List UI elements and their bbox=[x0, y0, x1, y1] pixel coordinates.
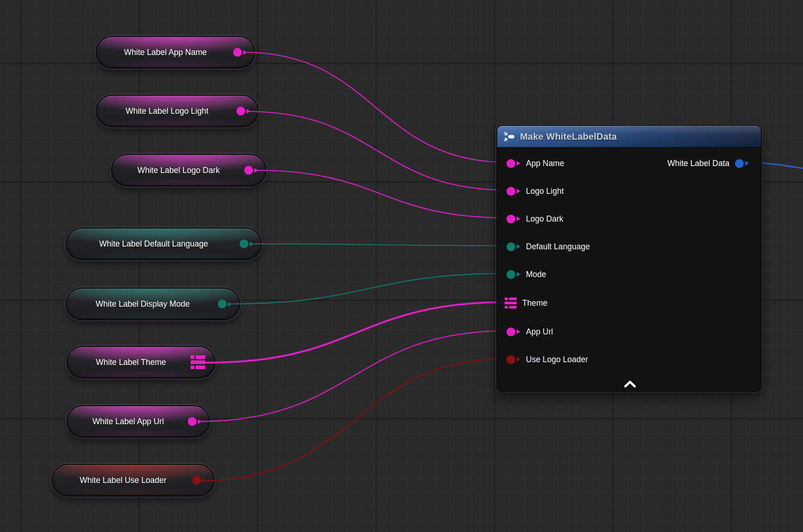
node-get-white-label-app-url[interactable]: White Label App Url bbox=[67, 405, 210, 438]
struct-output-pin-icon[interactable] bbox=[191, 355, 205, 369]
input-pin-row-use-logo-loader[interactable]: Use Logo Loader bbox=[507, 351, 588, 368]
node-label: White Label App Name bbox=[103, 37, 228, 68]
pin-label: Mode bbox=[526, 270, 546, 279]
node-get-white-label-logo-dark[interactable]: White Label Logo Dark bbox=[111, 154, 266, 186]
pin-label: Logo Light bbox=[526, 186, 564, 196]
enum-input-pin[interactable] bbox=[507, 242, 520, 251]
blueprint-graph-canvas[interactable]: White Label App Name White Label Logo Li… bbox=[0, 0, 803, 532]
input-pin-row-app-url[interactable]: App Url bbox=[507, 323, 553, 340]
wire-use-loader[interactable] bbox=[203, 359, 508, 481]
node-get-white-label-logo-light[interactable]: White Label Logo Light bbox=[96, 95, 259, 127]
struct-input-pin-icon[interactable] bbox=[505, 297, 517, 309]
wire-display-mode[interactable] bbox=[229, 273, 508, 304]
pin-label: White Label Data bbox=[667, 159, 729, 168]
wire-logo-light[interactable] bbox=[247, 111, 508, 190]
wire-app-name[interactable] bbox=[244, 52, 508, 162]
node-label: White Label Use Loader bbox=[59, 465, 187, 495]
node-get-white-label-app-name[interactable]: White Label App Name bbox=[96, 36, 255, 68]
input-pin-row-theme[interactable]: Theme bbox=[505, 295, 547, 311]
string-output-pin[interactable] bbox=[188, 417, 202, 426]
node-label: White Label Default Language bbox=[73, 229, 234, 259]
node-label: White Label Logo Dark bbox=[118, 155, 239, 186]
string-output-pin[interactable] bbox=[244, 166, 258, 175]
output-pin-row-white-label-data[interactable]: White Label Data bbox=[667, 155, 749, 172]
enum-output-pin[interactable] bbox=[240, 240, 253, 248]
pin-label: Theme bbox=[522, 298, 547, 308]
wire-app-url[interactable] bbox=[198, 331, 508, 421]
string-input-pin[interactable] bbox=[507, 187, 520, 196]
node-label: White Label Display Mode bbox=[73, 289, 212, 319]
pin-label: Logo Dark bbox=[526, 214, 563, 224]
string-input-pin[interactable] bbox=[507, 328, 520, 336]
pin-label: Default Language bbox=[526, 242, 590, 252]
node-get-white-label-theme[interactable]: White Label Theme bbox=[67, 346, 216, 378]
wire-logo-dark[interactable] bbox=[255, 170, 508, 218]
node-get-white-label-default-language[interactable]: White Label Default Language bbox=[66, 228, 262, 260]
pin-label: App Name bbox=[526, 159, 564, 168]
node-label: White Label Theme bbox=[74, 347, 188, 377]
enum-output-pin[interactable] bbox=[218, 300, 232, 309]
node-title: Make WhiteLabelData bbox=[520, 131, 617, 142]
bool-output-pin[interactable] bbox=[192, 476, 206, 485]
wire-theme[interactable] bbox=[206, 302, 508, 363]
struct-output-pin[interactable] bbox=[735, 159, 749, 168]
string-input-pin[interactable] bbox=[507, 159, 520, 168]
pin-label: Use Logo Loader bbox=[526, 355, 588, 365]
bool-input-pin[interactable] bbox=[507, 355, 520, 364]
node-get-white-label-use-loader[interactable]: White Label Use Loader bbox=[52, 464, 215, 496]
input-pin-row-app-name[interactable]: App Name bbox=[507, 155, 564, 172]
pin-label: App Url bbox=[526, 327, 553, 337]
string-input-pin[interactable] bbox=[507, 215, 520, 223]
node-header[interactable]: Make WhiteLabelData bbox=[497, 126, 761, 147]
input-pin-row-logo-light[interactable]: Logo Light bbox=[507, 183, 564, 199]
input-pin-row-default-language[interactable]: Default Language bbox=[507, 238, 590, 255]
input-pin-row-logo-dark[interactable]: Logo Dark bbox=[507, 210, 563, 227]
input-pin-row-mode[interactable]: Mode bbox=[507, 266, 546, 283]
make-struct-icon bbox=[503, 131, 515, 142]
wire-default-language[interactable] bbox=[250, 244, 508, 246]
string-output-pin[interactable] bbox=[236, 107, 250, 116]
node-label: White Label App Url bbox=[74, 406, 182, 437]
node-label: White Label Logo Light bbox=[103, 96, 231, 126]
collapse-node-chevron-icon[interactable] bbox=[623, 380, 637, 388]
string-output-pin[interactable] bbox=[233, 48, 247, 57]
node-get-white-label-display-mode[interactable]: White Label Display Mode bbox=[66, 288, 240, 320]
node-make-whitelabeldata[interactable]: Make WhiteLabelData App Name Logo Light … bbox=[496, 125, 762, 392]
enum-input-pin[interactable] bbox=[507, 270, 520, 279]
